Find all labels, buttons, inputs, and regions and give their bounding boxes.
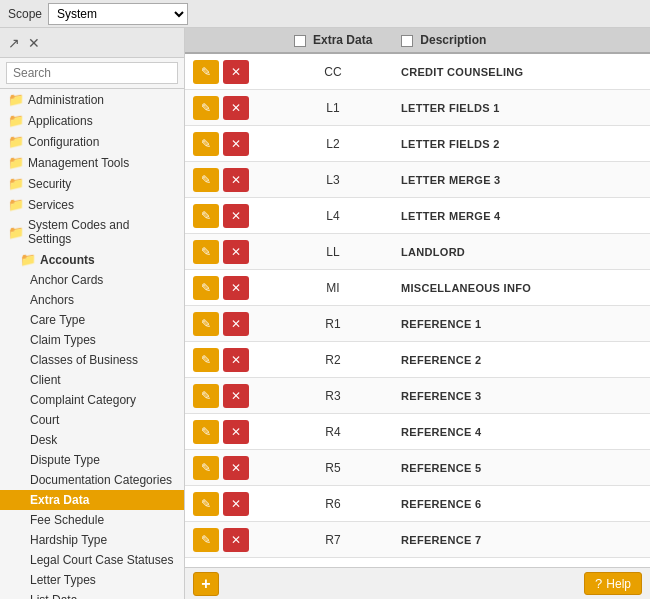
row-actions: ✎✕ <box>193 96 273 120</box>
delete-button[interactable]: ✕ <box>223 60 249 84</box>
sidebar-nav: 📁Administration📁Applications📁Configurati… <box>0 89 184 599</box>
edit-button[interactable]: ✎ <box>193 384 219 408</box>
edit-button[interactable]: ✎ <box>193 168 219 192</box>
row-actions: ✎✕ <box>193 60 273 84</box>
sidebar-item-label: Court <box>30 413 59 427</box>
sidebar-item-legal-court-case-statuses[interactable]: Legal Court Case Statuses <box>0 550 184 570</box>
row-code: R5 <box>273 461 393 475</box>
sidebar-item-label: Letter Types <box>30 573 96 587</box>
table-row: ✎✕L4LETTER MERGE 4 <box>185 198 650 234</box>
sidebar-item-security[interactable]: 📁Security <box>0 173 184 194</box>
sidebar-item-complaint-category[interactable]: Complaint Category <box>0 390 184 410</box>
sidebar-item-fee-schedule[interactable]: Fee Schedule <box>0 510 184 530</box>
sidebar-item-desk[interactable]: Desk <box>0 430 184 450</box>
folder-icon: 📁 <box>8 134 24 149</box>
row-code: R6 <box>273 497 393 511</box>
sidebar-item-care-type[interactable]: Care Type <box>0 310 184 330</box>
sidebar-item-dispute-type[interactable]: Dispute Type <box>0 450 184 470</box>
sidebar-item-accounts[interactable]: 📁Accounts <box>0 249 184 270</box>
table-row: ✎✕R3REFERENCE 3 <box>185 378 650 414</box>
sidebar-item-label: Documentation Categories <box>30 473 172 487</box>
row-actions: ✎✕ <box>193 132 273 156</box>
sidebar-item-classes-of-business[interactable]: Classes of Business <box>0 350 184 370</box>
sidebar-item-label: Care Type <box>30 313 85 327</box>
help-button[interactable]: ? Help <box>584 572 642 595</box>
delete-button[interactable]: ✕ <box>223 240 249 264</box>
sidebar-item-system-codes[interactable]: 📁System Codes and Settings <box>0 215 184 249</box>
edit-button[interactable]: ✎ <box>193 348 219 372</box>
row-description: CREDIT COUNSELING <box>393 66 642 78</box>
edit-button[interactable]: ✎ <box>193 276 219 300</box>
delete-button[interactable]: ✕ <box>223 96 249 120</box>
sidebar-item-extra-data[interactable]: Extra Data <box>0 490 184 510</box>
folder-icon: 📁 <box>8 113 24 128</box>
sidebar-item-anchors[interactable]: Anchors <box>0 290 184 310</box>
delete-button[interactable]: ✕ <box>223 528 249 552</box>
sidebar-item-label: Configuration <box>28 135 99 149</box>
sidebar-item-hardship-type[interactable]: Hardship Type <box>0 530 184 550</box>
row-description: REFERENCE 3 <box>393 390 642 402</box>
table-row: ✎✕MIMISCELLANEOUS INFO <box>185 270 650 306</box>
extra-data-checkbox[interactable] <box>294 35 306 47</box>
delete-button[interactable]: ✕ <box>223 132 249 156</box>
sidebar-item-letter-types[interactable]: Letter Types <box>0 570 184 590</box>
row-actions: ✎✕ <box>193 420 273 444</box>
edit-button[interactable]: ✎ <box>193 204 219 228</box>
edit-button[interactable]: ✎ <box>193 60 219 84</box>
delete-button[interactable]: ✕ <box>223 348 249 372</box>
sidebar-item-court[interactable]: Court <box>0 410 184 430</box>
delete-button[interactable]: ✕ <box>223 204 249 228</box>
delete-button[interactable]: ✕ <box>223 456 249 480</box>
sidebar-item-management-tools[interactable]: 📁Management Tools <box>0 152 184 173</box>
row-actions: ✎✕ <box>193 456 273 480</box>
sidebar-item-anchor-cards[interactable]: Anchor Cards <box>0 270 184 290</box>
scope-select[interactable]: System <box>48 3 188 25</box>
edit-button[interactable]: ✎ <box>193 240 219 264</box>
edit-button[interactable]: ✎ <box>193 528 219 552</box>
row-code: MI <box>273 281 393 295</box>
row-actions: ✎✕ <box>193 492 273 516</box>
row-code: R3 <box>273 389 393 403</box>
edit-button[interactable]: ✎ <box>193 96 219 120</box>
delete-button[interactable]: ✕ <box>223 312 249 336</box>
sidebar-item-label: Extra Data <box>30 493 89 507</box>
collapse-button[interactable]: ✕ <box>26 33 42 53</box>
expand-button[interactable]: ↗ <box>6 33 22 53</box>
sidebar-item-list-data[interactable]: List Data <box>0 590 184 599</box>
edit-button[interactable]: ✎ <box>193 456 219 480</box>
sidebar-item-claim-types[interactable]: Claim Types <box>0 330 184 350</box>
th-extra-data-label: Extra Data <box>313 33 372 47</box>
row-code: L4 <box>273 209 393 223</box>
sidebar-item-configuration[interactable]: 📁Configuration <box>0 131 184 152</box>
sidebar-item-administration[interactable]: 📁Administration <box>0 89 184 110</box>
add-button[interactable]: + <box>193 572 219 596</box>
search-input[interactable] <box>6 62 178 84</box>
delete-button[interactable]: ✕ <box>223 492 249 516</box>
delete-button[interactable]: ✕ <box>223 384 249 408</box>
edit-button[interactable]: ✎ <box>193 420 219 444</box>
row-description: LANDLORD <box>393 246 642 258</box>
description-checkbox[interactable] <box>401 35 413 47</box>
sidebar-item-label: List Data <box>30 593 77 599</box>
sidebar-item-services[interactable]: 📁Services <box>0 194 184 215</box>
row-description: MISCELLANEOUS INFO <box>393 282 642 294</box>
sidebar-item-applications[interactable]: 📁Applications <box>0 110 184 131</box>
delete-button[interactable]: ✕ <box>223 276 249 300</box>
row-code: R1 <box>273 317 393 331</box>
sidebar-item-label: Applications <box>28 114 93 128</box>
row-description: REFERENCE 2 <box>393 354 642 366</box>
table-row: ✎✕L2LETTER FIELDS 2 <box>185 126 650 162</box>
row-description: REFERENCE 6 <box>393 498 642 510</box>
row-description: REFERENCE 7 <box>393 534 642 546</box>
row-code: R7 <box>273 533 393 547</box>
sidebar-item-label: Fee Schedule <box>30 513 104 527</box>
folder-icon: 📁 <box>8 155 24 170</box>
delete-button[interactable]: ✕ <box>223 168 249 192</box>
sidebar-item-documentation-categories[interactable]: Documentation Categories <box>0 470 184 490</box>
delete-button[interactable]: ✕ <box>223 420 249 444</box>
edit-button[interactable]: ✎ <box>193 492 219 516</box>
sidebar-item-client[interactable]: Client <box>0 370 184 390</box>
edit-button[interactable]: ✎ <box>193 312 219 336</box>
edit-button[interactable]: ✎ <box>193 132 219 156</box>
sidebar-item-label: Anchor Cards <box>30 273 103 287</box>
